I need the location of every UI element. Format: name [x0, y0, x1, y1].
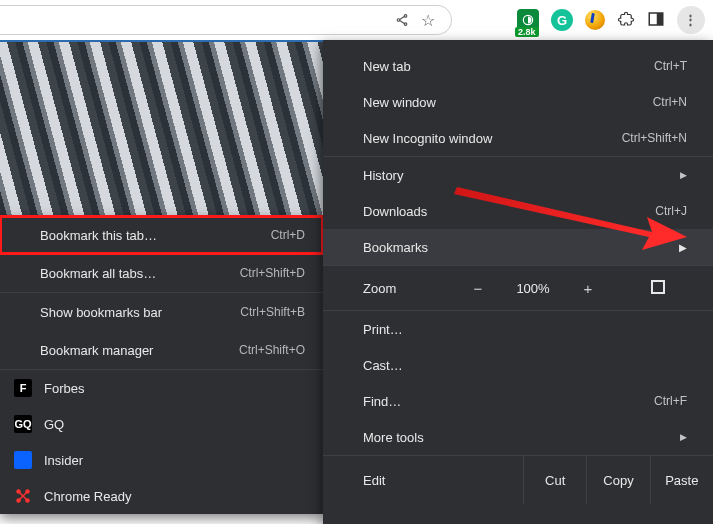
submenu-arrow-icon: ▶ — [680, 170, 687, 180]
extension-icon-1[interactable]: 2.8k — [517, 9, 539, 31]
browser-toolbar: ☆ 2.8k G ⋮ — [0, 0, 713, 40]
svg-rect-7 — [657, 13, 663, 25]
menu-item-new-tab[interactable]: New tab Ctrl+T — [323, 48, 713, 84]
edit-copy-button[interactable]: Copy — [586, 456, 649, 504]
side-panel-icon[interactable] — [647, 10, 665, 31]
menu-item-label: New tab — [363, 59, 411, 74]
svg-line-3 — [400, 17, 405, 20]
submenu-arrow-icon: ▶ — [679, 242, 687, 253]
extension-badge: 2.8k — [515, 27, 539, 37]
menu-item-label: New window — [363, 95, 436, 110]
bookmark-label: Insider — [44, 453, 83, 468]
menu-item-shortcut: Ctrl+Shift+O — [239, 343, 305, 357]
menu-item-shortcut: Ctrl+Shift+N — [622, 131, 687, 145]
zoom-out-button[interactable]: − — [453, 280, 503, 297]
fullscreen-button[interactable] — [613, 280, 713, 297]
menu-item-zoom: Zoom − 100% + — [323, 266, 713, 310]
extension-icon-3[interactable] — [585, 10, 605, 30]
zoom-in-button[interactable]: + — [563, 280, 613, 297]
zoom-level: 100% — [503, 281, 563, 296]
fullscreen-icon — [651, 280, 665, 294]
chrome-main-menu: New tab Ctrl+T New window Ctrl+N New Inc… — [323, 40, 713, 524]
menu-item-bookmark-all-tabs[interactable]: Bookmark all tabs… Ctrl+Shift+D — [0, 254, 323, 292]
menu-item-shortcut: Ctrl+Shift+D — [240, 266, 305, 280]
menu-item-label: History — [363, 168, 403, 183]
menu-item-label: Bookmark all tabs… — [40, 266, 156, 281]
menu-item-label: More tools — [363, 430, 424, 445]
menu-item-label: New Incognito window — [363, 131, 492, 146]
menu-item-shortcut: Ctrl+D — [271, 228, 305, 242]
chrome-menu-button[interactable]: ⋮ — [677, 6, 705, 34]
bookmarks-submenu: Bookmark this tab… Ctrl+D Bookmark all t… — [0, 216, 323, 514]
favicon-insider — [14, 451, 32, 469]
menu-item-shortcut: Ctrl+T — [654, 59, 687, 73]
favicon-gq: GQ — [14, 415, 32, 433]
bookmark-label: GQ — [44, 417, 64, 432]
bookmark-item-gq[interactable]: GQ GQ — [0, 406, 323, 442]
svg-point-1 — [397, 19, 400, 22]
bookmark-item-forbes[interactable]: F Forbes — [0, 370, 323, 406]
bookmark-star-icon[interactable]: ☆ — [421, 11, 435, 30]
menu-item-bookmark-manager[interactable]: Bookmark manager Ctrl+Shift+O — [0, 331, 323, 369]
svg-point-2 — [404, 23, 407, 26]
submenu-arrow-icon: ▶ — [680, 432, 687, 442]
menu-item-incognito[interactable]: New Incognito window Ctrl+Shift+N — [323, 120, 713, 156]
share-icon[interactable] — [395, 13, 409, 27]
menu-item-label: Bookmarks — [363, 240, 428, 255]
menu-item-show-bookmarks-bar[interactable]: Show bookmarks bar Ctrl+Shift+B — [0, 293, 323, 331]
zoom-label: Zoom — [323, 281, 453, 296]
menu-item-new-window[interactable]: New window Ctrl+N — [323, 84, 713, 120]
bookmark-item-insider[interactable]: Insider — [0, 442, 323, 478]
menu-item-label: Bookmark manager — [40, 343, 153, 358]
menu-item-shortcut: Ctrl+Shift+B — [240, 305, 305, 319]
menu-item-edit: Edit Cut Copy Paste — [323, 456, 713, 504]
menu-item-label: Show bookmarks bar — [40, 305, 162, 320]
page-content-background — [0, 42, 323, 217]
menu-item-bookmarks[interactable]: Bookmarks ▶ — [323, 229, 713, 265]
menu-item-label: Downloads — [363, 204, 427, 219]
favicon-chrome-ready — [14, 487, 32, 505]
menu-item-find[interactable]: Find… Ctrl+F — [323, 383, 713, 419]
menu-item-label: Find… — [363, 394, 401, 409]
omnibox[interactable]: ☆ — [0, 5, 452, 35]
menu-item-shortcut: Ctrl+N — [653, 95, 687, 109]
svg-line-4 — [400, 21, 405, 24]
menu-item-history[interactable]: History ▶ — [323, 157, 713, 193]
bookmark-label: Forbes — [44, 381, 84, 396]
extension-grammarly-icon[interactable]: G — [551, 9, 573, 31]
menu-item-downloads[interactable]: Downloads Ctrl+J — [323, 193, 713, 229]
favicon-forbes: F — [14, 379, 32, 397]
menu-item-shortcut: Ctrl+J — [655, 204, 687, 218]
bookmark-item-chrome-ready[interactable]: Chrome Ready — [0, 478, 323, 514]
edit-cut-button[interactable]: Cut — [523, 456, 586, 504]
menu-item-label: Print… — [363, 322, 403, 337]
menu-item-bookmark-this-tab[interactable]: Bookmark this tab… Ctrl+D — [0, 216, 323, 254]
menu-item-cast[interactable]: Cast… — [323, 347, 713, 383]
menu-item-label: Cast… — [363, 358, 403, 373]
extensions-puzzle-icon[interactable] — [617, 10, 635, 31]
edit-label: Edit — [323, 473, 523, 488]
svg-point-0 — [404, 15, 407, 18]
edit-paste-button[interactable]: Paste — [650, 456, 713, 504]
menu-item-print[interactable]: Print… — [323, 311, 713, 347]
menu-item-label: Bookmark this tab… — [40, 228, 157, 243]
bookmark-label: Chrome Ready — [44, 489, 131, 504]
menu-item-shortcut: Ctrl+F — [654, 394, 687, 408]
menu-item-more-tools[interactable]: More tools ▶ — [323, 419, 713, 455]
